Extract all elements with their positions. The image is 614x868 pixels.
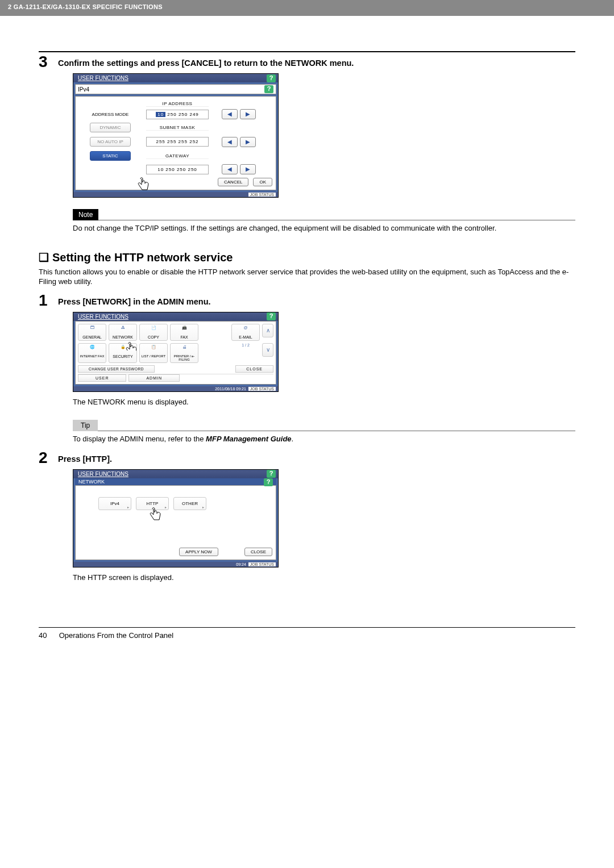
subnet-label: SUBNET MASK bbox=[146, 125, 209, 131]
panel-title: USER FUNCTIONS bbox=[76, 312, 131, 321]
step-number: 2 bbox=[39, 450, 58, 466]
scroll-down-icon[interactable]: ∨ bbox=[262, 343, 273, 357]
user-tab[interactable]: USER bbox=[78, 374, 126, 382]
gateway-value[interactable]: 10 250 250 250 bbox=[146, 165, 209, 174]
step-number: 3 bbox=[39, 54, 58, 70]
timestamp: 09:24 bbox=[236, 562, 246, 566]
arrow-left-icon[interactable]: ◀ bbox=[222, 109, 238, 119]
timestamp: 2011/08/18 09:21 bbox=[215, 387, 246, 391]
chapter-header: 2 GA-1211-EX/GA-1310-EX SPECIFIC FUNCTIO… bbox=[0, 0, 614, 16]
section-intro: This function allows you to enable or di… bbox=[39, 268, 575, 287]
address-mode-label: ADDRESS MODE bbox=[79, 112, 142, 117]
ip-address-value[interactable]: 10 250 250 249 bbox=[146, 110, 209, 119]
close-button[interactable]: CLOSE bbox=[235, 365, 273, 373]
arrow-right-icon[interactable]: ▶ bbox=[240, 164, 256, 174]
panel-subtitle: IPv4 bbox=[78, 86, 89, 93]
page-indicator: 1 / 2 bbox=[231, 343, 260, 363]
footer-caption: Operations From the Control Panel bbox=[59, 631, 174, 640]
note-text: Do not change the TCP/IP settings. If th… bbox=[73, 224, 575, 233]
arrow-right-icon[interactable]: ▶ bbox=[240, 137, 256, 147]
panel-title: USER FUNCTIONS bbox=[76, 74, 131, 82]
close-button[interactable]: CLOSE bbox=[244, 548, 272, 556]
bullet-icon: ❑ bbox=[39, 251, 49, 264]
page-number: 40 bbox=[39, 631, 57, 640]
arrow-left-icon[interactable]: ◀ bbox=[222, 137, 238, 147]
ipv4-settings-panel: USER FUNCTIONS ? IPv4 ? IP ADDRESS ADDRE… bbox=[73, 73, 279, 198]
note-badge: Note bbox=[73, 209, 98, 220]
apply-now-button[interactable]: APPLY NOW bbox=[179, 548, 218, 556]
step-number: 1 bbox=[39, 293, 58, 308]
step-1: 1 Press [NETWORK] in the ADMIN menu. bbox=[39, 293, 575, 308]
gateway-label: GATEWAY bbox=[146, 153, 209, 159]
ipv4-button[interactable]: IPv4▸ bbox=[98, 497, 131, 510]
scroll-up-icon[interactable]: ∧ bbox=[262, 324, 273, 337]
fax-button[interactable]: 📠FAX bbox=[170, 324, 198, 341]
admin-tab[interactable]: ADMIN bbox=[128, 374, 180, 382]
subnet-arrows[interactable]: ◀▶ bbox=[213, 137, 264, 147]
help-icon[interactable]: ? bbox=[267, 74, 276, 82]
job-status-button[interactable]: JOB STATUS bbox=[248, 193, 276, 197]
change-password-button[interactable]: CHANGE USER PASSWORD bbox=[78, 365, 155, 373]
step-2: 2 Press [HTTP]. bbox=[39, 450, 575, 466]
gateway-arrows[interactable]: ◀▶ bbox=[213, 164, 264, 174]
panel-subtitle: NETWORK ? bbox=[75, 478, 276, 485]
step-title: Confirm the settings and press [CANCEL] … bbox=[58, 54, 354, 68]
dynamic-button[interactable]: DYNAMIC bbox=[90, 123, 131, 132]
hand-cursor-icon bbox=[149, 507, 165, 525]
ok-button[interactable]: OK bbox=[253, 178, 272, 186]
arrow-left-icon[interactable]: ◀ bbox=[222, 164, 238, 174]
network-menu-panel: USER FUNCTIONS ? NETWORK ? IPv4▸ HTTP▸ O… bbox=[73, 469, 279, 567]
cancel-button[interactable]: CANCEL bbox=[218, 178, 248, 186]
internet-fax-button[interactable]: 🌐INTERNET FAX bbox=[78, 343, 106, 363]
tip-text: To display the ADMIN menu, refer to the … bbox=[73, 435, 575, 444]
static-button[interactable]: STATIC bbox=[90, 151, 131, 161]
printer-efiling-button[interactable]: 🖨PRINTER / e-FILING bbox=[170, 343, 198, 363]
subnet-value[interactable]: 255 255 255 252 bbox=[146, 137, 209, 147]
network-button[interactable]: 🖧NETWORK bbox=[109, 324, 137, 341]
section-heading: ❑Setting the HTTP network service bbox=[39, 251, 575, 264]
divider bbox=[39, 51, 575, 52]
general-button[interactable]: 🗔GENERAL bbox=[78, 324, 106, 341]
other-button[interactable]: OTHER▸ bbox=[173, 497, 206, 510]
list-report-button[interactable]: 📋LIST / REPORT bbox=[139, 343, 168, 363]
hand-cursor-icon bbox=[125, 341, 136, 350]
job-status-button[interactable]: JOB STATUS bbox=[248, 387, 276, 391]
copy-button[interactable]: 📄COPY bbox=[139, 324, 168, 341]
admin-menu-panel: USER FUNCTIONS ? 🗔GENERAL 🖧NETWORK 📄COPY… bbox=[73, 312, 279, 392]
tip-badge: Tip bbox=[73, 420, 98, 431]
http-button[interactable]: HTTP▸ bbox=[136, 497, 169, 510]
panel-title: USER FUNCTIONS bbox=[76, 470, 131, 478]
step-3: 3 Confirm the settings and press [CANCEL… bbox=[39, 54, 575, 70]
step-title: Press [NETWORK] in the ADMIN menu. bbox=[58, 293, 211, 306]
arrow-right-icon[interactable]: ▶ bbox=[240, 109, 256, 119]
ip-address-label: IP ADDRESS bbox=[146, 101, 209, 107]
help-icon[interactable]: ? bbox=[264, 85, 273, 93]
help-icon[interactable]: ? bbox=[267, 470, 276, 478]
page-footer: 40 Operations From the Control Panel bbox=[39, 627, 575, 640]
help-icon[interactable]: ? bbox=[264, 478, 273, 486]
step-output: The NETWORK menu is displayed. bbox=[73, 398, 575, 406]
no-auto-ip-button[interactable]: NO AUTO IP bbox=[90, 137, 131, 147]
step-title: Press [HTTP]. bbox=[58, 450, 112, 464]
hand-cursor-icon bbox=[137, 177, 153, 195]
help-icon[interactable]: ? bbox=[267, 312, 276, 320]
step-output: The HTTP screen is displayed. bbox=[73, 573, 575, 582]
ip-arrows[interactable]: ◀▶ bbox=[213, 109, 264, 119]
email-button[interactable]: @E-MAIL bbox=[231, 324, 260, 341]
job-status-button[interactable]: JOB STATUS bbox=[248, 562, 276, 566]
